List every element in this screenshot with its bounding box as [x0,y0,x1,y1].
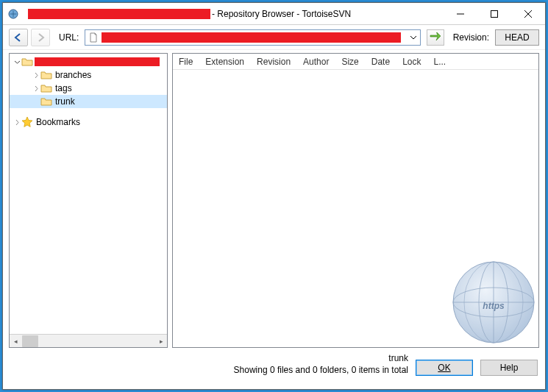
folder-icon [40,82,52,94]
tree-root[interactable] [10,55,167,68]
tree-item-branches[interactable]: branches [10,68,167,82]
column-extension[interactable]: Extension [199,57,251,67]
list-pane: File Extension Revision Author Size Date… [172,53,539,348]
tree-body[interactable]: branches tags trunk [10,54,167,334]
maximize-button[interactable] [477,3,511,25]
window-title: - Repository Browser - TortoiseSVN [210,9,351,19]
expand-icon[interactable] [32,85,40,92]
revision-label: Revision: [447,32,492,43]
folder-icon [40,96,52,107]
help-label: Help [500,363,519,373]
status-summary: Showing 0 files and 0 folders, 0 items i… [10,364,408,376]
svg-text:https: https [483,301,505,311]
column-date[interactable]: Date [366,57,396,67]
ok-button[interactable]: OK [416,360,473,376]
titlebar: - Repository Browser - TortoiseSVN [3,3,545,25]
revision-value: HEAD [505,32,529,43]
minimize-button[interactable] [444,3,477,25]
column-lock[interactable]: Lock [396,57,427,67]
folder-open-icon [21,56,33,68]
column-file[interactable]: File [173,57,199,67]
tree-item-tags[interactable]: tags [10,82,167,95]
redacted-root-label [35,57,160,66]
status-path: trunk [10,352,408,364]
redacted-url [102,32,400,43]
column-revision[interactable]: Revision [251,57,297,67]
url-dropdown-icon[interactable] [410,32,417,43]
status-text: trunk Showing 0 files and 0 folders, 0 i… [10,352,408,376]
column-author[interactable]: Author [297,57,335,67]
app-icon [7,8,19,20]
ok-label: OK [438,363,450,373]
back-button[interactable] [9,29,28,46]
scroll-thumb[interactable] [22,335,38,347]
tree-item-trunk[interactable]: trunk [10,95,167,108]
tree-label: tags [54,83,72,93]
close-button[interactable] [511,3,545,25]
file-icon [88,32,99,43]
scroll-right-icon[interactable]: ▸ [155,335,167,347]
https-watermark: https [446,254,539,348]
tree-pane: branches tags trunk [9,53,168,348]
tree-horizontal-scrollbar[interactable]: ◂ ▸ [10,334,167,347]
tree-label: Bookmarks [35,117,80,127]
scroll-left-icon[interactable]: ◂ [10,335,21,347]
expand-icon[interactable] [13,119,21,126]
url-label: URL: [53,32,82,43]
folder-icon [40,69,52,81]
tree-bookmarks[interactable]: Bookmarks [10,115,167,129]
go-button[interactable] [427,29,444,46]
expand-icon[interactable] [32,72,40,79]
tree-label: trunk [54,96,75,107]
window: - Repository Browser - TortoiseSVN URL: [2,2,546,390]
toolbar: URL: Revision: HEAD [3,25,545,50]
list-header: File Extension Revision Author Size Date… [173,54,538,70]
collapse-icon[interactable] [13,59,21,65]
footer: trunk Showing 0 files and 0 folders, 0 i… [3,348,545,382]
redacted-title [28,9,210,19]
svg-rect-1 [491,10,498,17]
column-size[interactable]: Size [335,57,365,67]
revision-button[interactable]: HEAD [495,29,539,46]
tree-label: branches [54,70,91,80]
content: branches tags trunk [3,50,545,348]
forward-button[interactable] [31,29,50,46]
star-icon [21,116,33,128]
column-more[interactable]: L... [428,57,453,67]
url-input[interactable] [85,29,420,46]
help-button[interactable]: Help [480,360,538,376]
